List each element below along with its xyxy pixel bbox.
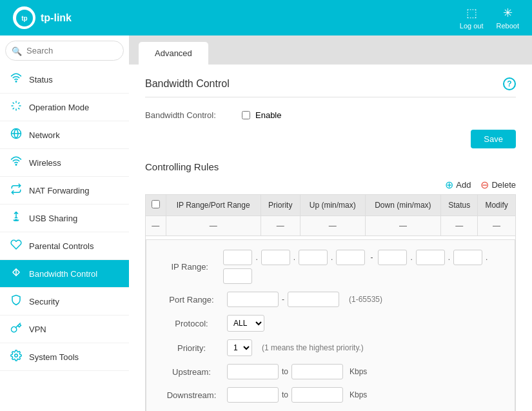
table-cell-5: — bbox=[441, 216, 478, 236]
logo-icon: tp bbox=[13, 6, 35, 29]
sidebar-item-bandwidth-control[interactable]: Bandwidth Control bbox=[0, 260, 129, 288]
sidebar-item-security[interactable]: Security bbox=[0, 288, 129, 316]
bandwidth-control-label: Bandwidth Control: bbox=[145, 110, 242, 120]
priority-label: Priority: bbox=[156, 343, 227, 353]
sidebar-item-label-bandwidth-control: Bandwidth Control bbox=[29, 269, 97, 279]
upstream-row: Upstream: to Kbps bbox=[156, 364, 505, 379]
table-cell-2: — bbox=[261, 216, 300, 236]
protocol-select[interactable]: ALL TCP UDP bbox=[227, 315, 264, 332]
security-icon bbox=[10, 294, 23, 308]
port-from[interactable] bbox=[227, 292, 279, 307]
col-header-1: IP Range/Port Range bbox=[166, 195, 261, 216]
sidebar-item-label-wireless: Wireless bbox=[29, 158, 61, 168]
downstream-label: Downstream: bbox=[156, 390, 227, 400]
protocol-label: Protocol: bbox=[156, 319, 227, 328]
ip-from-4[interactable] bbox=[336, 250, 365, 265]
downstream-row: Downstream: to Kbps bbox=[156, 387, 505, 403]
sidebar-item-label-vpn: VPN bbox=[29, 325, 46, 334]
sidebar-item-system-tools[interactable]: System Tools bbox=[0, 343, 129, 371]
add-button[interactable]: ⊕ Add bbox=[445, 179, 471, 191]
header: tp tp-link ⬚ Log out ✳ Reboot bbox=[0, 0, 532, 35]
content-area: Advanced Bandwidth Control ? Bandwidth C… bbox=[129, 35, 532, 411]
col-header-6: Modify bbox=[478, 195, 516, 216]
search-input[interactable] bbox=[5, 41, 124, 61]
edit-form: IP Range: . . . - bbox=[146, 239, 515, 411]
ip-to-2[interactable] bbox=[416, 250, 445, 265]
sidebar-item-vpn[interactable]: VPN bbox=[0, 316, 129, 343]
sidebar-item-label-nat-forwarding: NAT Forwarding bbox=[29, 186, 89, 195]
table-cell-1: — bbox=[166, 216, 261, 236]
downstream-kbps: Kbps bbox=[350, 390, 367, 399]
ip-from-2[interactable] bbox=[261, 250, 290, 265]
protocol-row: Protocol: ALL TCP UDP bbox=[156, 315, 505, 332]
logout-button[interactable]: ⬚ Log out bbox=[460, 6, 484, 30]
status-icon bbox=[10, 72, 23, 86]
sidebar-item-label-status: Status bbox=[29, 75, 53, 85]
svg-point-2 bbox=[15, 81, 17, 83]
sidebar-item-label-security: Security bbox=[29, 297, 59, 306]
table-header-row: IP Range/Port RangePriorityUp (min/max)D… bbox=[146, 195, 516, 216]
table-row: ——————— bbox=[146, 216, 516, 236]
sidebar-item-parental-controls[interactable]: Parental Controls bbox=[0, 232, 129, 260]
ip-range-row: IP Range: . . . - bbox=[156, 250, 505, 284]
ip-to-3[interactable] bbox=[453, 250, 482, 265]
sidebar-item-wireless[interactable]: Wireless bbox=[0, 149, 129, 177]
controlling-rules-title: Controlling Rules bbox=[145, 161, 516, 172]
section-header: Bandwidth Control ? bbox=[145, 77, 516, 97]
sidebar-item-nat-forwarding[interactable]: NAT Forwarding bbox=[0, 177, 129, 205]
delete-icon: ⊖ bbox=[480, 179, 489, 191]
table-cell-0: — bbox=[146, 216, 166, 236]
downstream-inputs: to Kbps bbox=[227, 387, 367, 403]
table-actions: ⊕ Add ⊖ Delete bbox=[145, 179, 516, 191]
sidebar-item-operation-mode[interactable]: Operation Mode bbox=[0, 94, 129, 121]
sidebar-item-usb-sharing[interactable]: USB Sharing bbox=[0, 205, 129, 232]
ip-from-3[interactable] bbox=[299, 250, 328, 265]
help-icon[interactable]: ? bbox=[503, 77, 516, 90]
downstream-max[interactable] bbox=[291, 387, 343, 403]
port-range-label: Port Range: bbox=[156, 295, 227, 305]
col-header-0 bbox=[146, 195, 166, 216]
sidebar-item-network[interactable]: Network bbox=[0, 121, 129, 149]
sidebar-item-label-network: Network bbox=[29, 130, 60, 140]
upstream-max[interactable] bbox=[291, 364, 343, 379]
priority-select[interactable]: 1 2 3 bbox=[227, 339, 252, 356]
ip-to-4[interactable] bbox=[223, 268, 252, 284]
table-cell-6: — bbox=[478, 216, 516, 236]
brand-name: tp-link bbox=[41, 12, 72, 24]
page-content: Bandwidth Control ? Bandwidth Control: E… bbox=[129, 65, 532, 411]
port-to[interactable] bbox=[288, 292, 339, 307]
downstream-to: to bbox=[282, 390, 288, 399]
sidebar: 🔍 StatusOperation ModeNetworkWirelessNAT… bbox=[0, 35, 129, 411]
nav-list: StatusOperation ModeNetworkWirelessNAT F… bbox=[0, 66, 129, 371]
enable-checkbox[interactable] bbox=[242, 111, 250, 119]
operation-mode-icon bbox=[10, 100, 23, 114]
port-range-inputs: - (1-65535) bbox=[227, 292, 382, 307]
save-row-top: Save bbox=[145, 130, 516, 148]
logout-icon: ⬚ bbox=[466, 6, 477, 20]
save-button-top[interactable]: Save bbox=[471, 130, 516, 148]
nat-forwarding-icon bbox=[10, 183, 23, 197]
select-all-checkbox[interactable] bbox=[152, 200, 160, 208]
enable-label: Enable bbox=[255, 110, 281, 120]
search-box: 🔍 bbox=[5, 41, 124, 61]
ip-range-inputs: . . . - . bbox=[223, 250, 505, 284]
sidebar-item-label-operation-mode: Operation Mode bbox=[29, 103, 89, 112]
port-range-row: Port Range: - (1-65535) bbox=[156, 292, 505, 307]
system-tools-icon bbox=[10, 350, 23, 364]
delete-button[interactable]: ⊖ Delete bbox=[480, 179, 516, 191]
sidebar-item-status[interactable]: Status bbox=[0, 66, 129, 94]
ip-to-1[interactable] bbox=[378, 250, 407, 265]
parental-controls-icon bbox=[10, 239, 23, 253]
ip-from-1[interactable] bbox=[223, 250, 252, 265]
reboot-button[interactable]: ✳ Reboot bbox=[497, 6, 519, 30]
upstream-min[interactable] bbox=[227, 364, 279, 379]
table-cell-3: — bbox=[300, 216, 365, 236]
upstream-kbps: Kbps bbox=[350, 367, 367, 376]
sidebar-item-label-system-tools: System Tools bbox=[29, 352, 79, 362]
tab-advanced[interactable]: Advanced bbox=[139, 42, 208, 65]
bandwidth-control-icon bbox=[10, 266, 23, 281]
main-layout: 🔍 StatusOperation ModeNetworkWirelessNAT… bbox=[0, 35, 532, 411]
downstream-min[interactable] bbox=[227, 387, 279, 403]
priority-row: Priority: 1 2 3 (1 means the highest pri… bbox=[156, 339, 505, 356]
priority-hint: (1 means the highest priority.) bbox=[262, 343, 364, 352]
